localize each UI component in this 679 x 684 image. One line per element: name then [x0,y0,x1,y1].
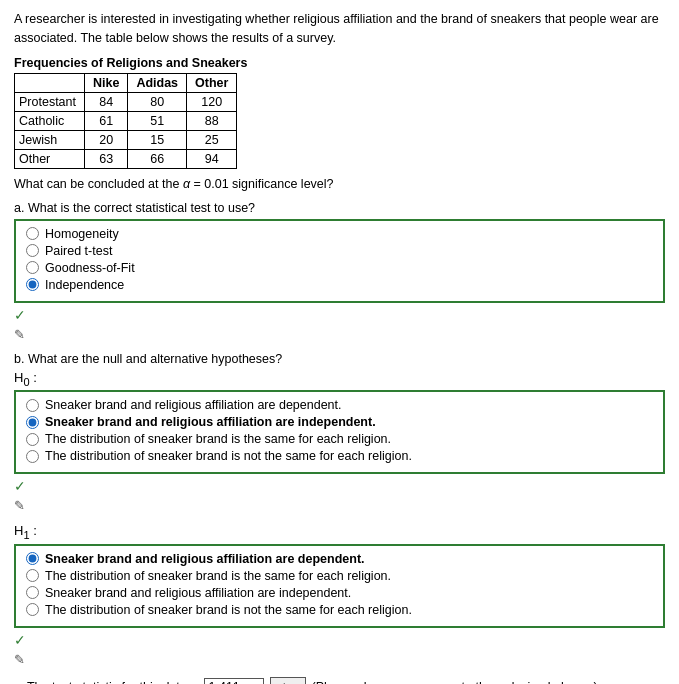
table-title: Frequencies of Religions and Sneakers [14,56,665,70]
table-row: Protestant 84 80 120 [15,92,237,111]
cell-nike: 20 [84,130,127,149]
radio-option: Sneaker brand and religious affiliation … [26,586,653,600]
cell-adidas: 66 [128,149,187,168]
cell-nike: 63 [84,149,127,168]
row-label: Other [15,149,85,168]
radio-input[interactable] [26,278,39,291]
radio-option: Goodness-of-Fit [26,261,653,275]
cell-adidas: 15 [128,130,187,149]
table-row: Other 63 66 94 [15,149,237,168]
cell-adidas: 80 [128,92,187,111]
part-a-correct-icon: ✓ [14,307,665,323]
radio-input[interactable] [26,552,39,565]
cell-adidas: 51 [128,111,187,130]
radio-input[interactable] [26,603,39,616]
alpha-symbol: α [183,177,190,191]
part-a: a. What is the correct statistical test … [14,201,665,342]
h1-label: H1 : [14,523,665,541]
part-b: b. What are the null and alternative hyp… [14,352,665,667]
h0-label: H0 : [14,370,665,388]
radio-option: Paired t-test [26,244,653,258]
option-label: Homogeneity [45,227,119,241]
option-label: Goodness-of-Fit [45,261,135,275]
cell-nike: 61 [84,111,127,130]
option-label: The distribution of sneaker brand is the… [45,569,391,583]
part-c-note: (Please show your answer to three decima… [312,680,598,684]
radio-option: Sneaker brand and religious affiliation … [26,552,653,566]
intro-text: A researcher is interested in investigat… [14,10,665,48]
radio-option: The distribution of sneaker brand is the… [26,432,653,446]
cell-nike: 84 [84,92,127,111]
col-header-nike: Nike [84,73,127,92]
main-question: What can be concluded at the α = 0.01 si… [14,177,665,191]
option-label: Paired t-test [45,244,112,258]
frequency-table: Nike Adidas Other Protestant 84 80 120 C… [14,73,237,169]
row-label: Protestant [15,92,85,111]
radio-option: The distribution of sneaker brand is not… [26,449,653,463]
radio-option: The distribution of sneaker brand is the… [26,569,653,583]
part-b-h0-pencil-icon[interactable]: ✎ [14,498,665,513]
part-c-label: c. The test-statistic for this data = [14,680,198,684]
radio-input[interactable] [26,433,39,446]
frequency-table-section: Frequencies of Religions and Sneakers Ni… [14,56,665,169]
cell-other: 25 [187,130,237,149]
part-c-inline: c. The test-statistic for this data = ✓ … [14,677,665,684]
part-a-answer-box: HomogeneityPaired t-testGoodness-of-FitI… [14,219,665,303]
option-label: The distribution of sneaker brand is not… [45,449,412,463]
col-header-religion [15,73,85,92]
part-b-h0-correct-icon: ✓ [14,478,665,494]
radio-input[interactable] [26,399,39,412]
option-label: Sneaker brand and religious affiliation … [45,552,365,566]
option-label: Sneaker brand and religious affiliation … [45,415,376,429]
radio-input[interactable] [26,227,39,240]
part-b-h0-answer-box: Sneaker brand and religious affiliation … [14,390,665,474]
radio-option: Sneaker brand and religious affiliation … [26,398,653,412]
part-c-check-select[interactable]: ✓ [270,677,306,684]
table-header-row: Nike Adidas Other [15,73,237,92]
radio-option: Independence [26,278,653,292]
row-label: Catholic [15,111,85,130]
row-label: Jewish [15,130,85,149]
part-b-h1-answer-box: Sneaker brand and religious affiliation … [14,544,665,628]
part-a-label: a. What is the correct statistical test … [14,201,665,215]
table-row: Jewish 20 15 25 [15,130,237,149]
part-c: c. The test-statistic for this data = ✓ … [14,677,665,684]
col-header-adidas: Adidas [128,73,187,92]
option-label: Independence [45,278,124,292]
part-b-h1-pencil-icon[interactable]: ✎ [14,652,665,667]
option-label: Sneaker brand and religious affiliation … [45,586,351,600]
part-b-label: b. What are the null and alternative hyp… [14,352,665,366]
table-row: Catholic 61 51 88 [15,111,237,130]
cell-other: 120 [187,92,237,111]
part-b-h1-correct-icon: ✓ [14,632,665,648]
cell-other: 88 [187,111,237,130]
radio-input[interactable] [26,416,39,429]
option-label: The distribution of sneaker brand is not… [45,603,412,617]
radio-option: Sneaker brand and religious affiliation … [26,415,653,429]
option-label: The distribution of sneaker brand is the… [45,432,391,446]
col-header-other: Other [187,73,237,92]
part-a-pencil-icon[interactable]: ✎ [14,327,665,342]
option-label: Sneaker brand and religious affiliation … [45,398,342,412]
radio-input[interactable] [26,450,39,463]
radio-option: The distribution of sneaker brand is not… [26,603,653,617]
cell-other: 94 [187,149,237,168]
radio-input[interactable] [26,244,39,257]
radio-input[interactable] [26,261,39,274]
part-c-input[interactable] [204,678,264,684]
radio-input[interactable] [26,569,39,582]
radio-option: Homogeneity [26,227,653,241]
radio-input[interactable] [26,586,39,599]
